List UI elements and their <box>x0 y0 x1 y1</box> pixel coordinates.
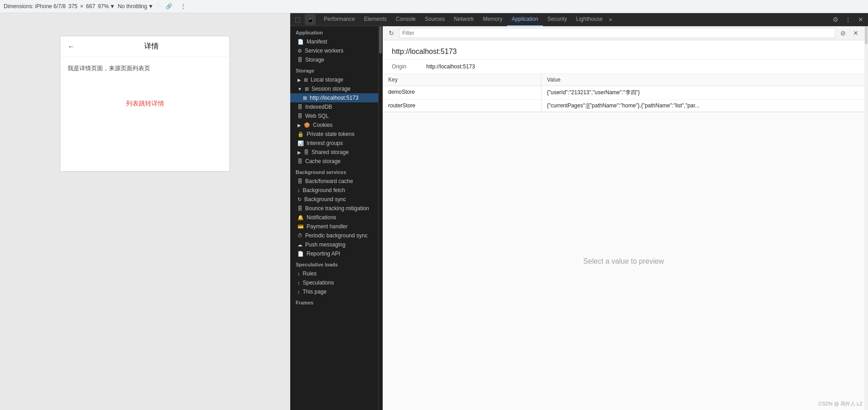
tab-application[interactable]: Application <box>507 13 543 26</box>
tab-console[interactable]: Console <box>391 13 420 26</box>
link-icon-btn[interactable]: 🔗 <box>163 2 175 10</box>
more-options-btn[interactable]: ⋮ <box>178 2 189 10</box>
col-key-header: Key <box>383 74 541 86</box>
devtools-tabs: ⬚ 📱 Performance Elements Console Sources… <box>290 13 868 26</box>
sidebar-item-localhost[interactable]: ⊞ http://localhost:5173 <box>290 93 378 102</box>
col-value-header: Value <box>541 74 864 86</box>
background-fetch-icon: ↕ <box>297 188 300 193</box>
more-devtools-btn[interactable]: ⋮ <box>843 14 853 25</box>
devtools-panel: ⬚ 📱 Performance Elements Console Sources… <box>290 13 868 410</box>
reporting-api-icon: 📄 <box>297 251 304 257</box>
sidebar-item-websql[interactable]: 🗄 Web SQL <box>290 111 378 121</box>
sidebar-item-notifications[interactable]: 🔔 Notifications <box>290 213 378 222</box>
sidebar-item-back-forward-cache[interactable]: 🗄 Back/forward cache <box>290 177 378 186</box>
private-state-icon: 🔒 <box>297 131 304 137</box>
tab-memory[interactable]: Memory <box>478 13 507 26</box>
speculations-icon: ↕ <box>297 280 300 285</box>
zoom-dropdown[interactable]: 97% ▼ <box>98 3 115 10</box>
sidebar-item-interest-groups[interactable]: 📊 Interest groups <box>290 139 378 148</box>
tab-lighthouse[interactable]: Lighthouse <box>571 13 607 26</box>
height-value: 667 <box>86 3 95 10</box>
throttle-dropdown[interactable]: No throttling ▼ <box>118 3 154 10</box>
close-devtools-btn[interactable]: ✕ <box>855 14 866 25</box>
shared-storage-expand-icon: ▶ <box>297 150 301 155</box>
refresh-btn[interactable]: ↻ <box>386 28 396 38</box>
sidebar-item-background-sync[interactable]: ↻ Background sync <box>290 195 378 204</box>
more-tabs-btn[interactable]: » <box>609 16 612 23</box>
sidebar-item-payment-handler[interactable]: 💳 Payment handler <box>290 222 378 231</box>
storage-icon: 🗄 <box>297 57 302 63</box>
local-storage-icon: ⊞ <box>304 77 308 83</box>
sidebar-item-rules[interactable]: ↕ Rules <box>290 269 378 278</box>
notifications-icon: 🔔 <box>297 215 304 221</box>
background-sync-icon: ↻ <box>297 197 302 203</box>
devtools-sidebar: Application 📄 Manifest ⚙ Service workers… <box>290 26 379 410</box>
sidebar-container: Application 📄 Manifest ⚙ Service workers… <box>290 26 383 410</box>
sidebar-item-shared-storage[interactable]: ▶ 🗄 Shared storage <box>290 148 378 157</box>
sidebar-item-cache-storage[interactable]: 🗄 Cache storage <box>290 157 378 166</box>
origin-value: http://localhost:5173 <box>426 63 475 70</box>
sidebar-item-speculations[interactable]: ↕ Speculations <box>290 278 378 287</box>
tab-sources[interactable]: Sources <box>420 13 449 26</box>
table-cell-value-1: {"userId":"213213","userName":"李四"} <box>541 86 864 99</box>
sidebar-item-cookies[interactable]: ▶ 🍪 Cookies <box>290 121 378 130</box>
service-workers-icon: ⚙ <box>297 48 302 54</box>
phone-content: 我是详情页面，来源页面列表页 列表跳转详情 <box>60 57 229 115</box>
phone-link[interactable]: 列表跳转详情 <box>68 100 222 108</box>
content-scrollbar-thumb <box>865 26 868 44</box>
sidebar-item-background-fetch[interactable]: ↕ Background fetch <box>290 186 378 195</box>
table-row[interactable]: demoStore {"userId":"213213","userName":… <box>383 86 864 100</box>
table-cell-key-1: demoStore <box>383 86 541 99</box>
back-arrow-icon[interactable]: ← <box>68 43 75 51</box>
top-toolbar: Dimensions: iPhone 6/7/8 375 × 667 97% ▼… <box>0 0 868 13</box>
phone-subtitle: 我是详情页面，来源页面列表页 <box>68 64 222 72</box>
sidebar-item-indexeddb[interactable]: 🗄 IndexedDB <box>290 102 378 111</box>
sidebar-item-manifest[interactable]: 📄 Manifest <box>290 37 378 46</box>
tab-network[interactable]: Network <box>449 13 478 26</box>
table-cell-key-2: routerStore <box>383 100 541 111</box>
table-row[interactable]: routerStore {"currentPages":[{"pathName"… <box>383 100 864 112</box>
filter-bar: ↻ ⊘ ✕ <box>383 26 864 40</box>
sidebar-scrollbar[interactable] <box>379 26 382 410</box>
sidebar-item-bounce-tracking[interactable]: 🗄 Bounce tracking mitigation <box>290 204 378 213</box>
sidebar-item-private-state-tokens[interactable]: 🔒 Private state tokens <box>290 130 378 139</box>
sidebar-item-local-storage[interactable]: ▶ ⊞ Local storage <box>290 75 378 84</box>
origin-row: Origin http://localhost:5173 <box>383 60 864 74</box>
origin-label: Origin <box>392 63 419 70</box>
sidebar-item-periodic-bg-sync[interactable]: ⏱ Periodic background sync <box>290 231 378 240</box>
phone-frame: ← 详情 我是详情页面，来源页面列表页 列表跳转详情 <box>60 36 230 172</box>
rules-icon: ↕ <box>297 271 300 276</box>
settings-btn[interactable]: ⚙ <box>830 14 841 25</box>
inspect-icon-btn[interactable]: ⬚ <box>292 14 303 25</box>
local-storage-expand-icon: ▶ <box>297 77 301 82</box>
sidebar-item-push-messaging[interactable]: ☁ Push messaging <box>290 240 378 249</box>
cookies-expand-icon: ▶ <box>297 123 301 128</box>
bg-services-section-header: Background services <box>290 166 378 177</box>
frames-section-header: Frames <box>290 296 378 307</box>
cookies-icon: 🍪 <box>304 122 310 128</box>
periodic-bg-sync-icon: ⏱ <box>297 233 302 238</box>
storage-section-header: Storage <box>290 64 378 75</box>
application-section-header: Application <box>290 26 378 37</box>
phone-title: 详情 <box>80 42 222 51</box>
localhost-icon: ⊞ <box>303 95 307 101</box>
close-content-btn[interactable]: ✕ <box>851 28 861 38</box>
filter-input[interactable] <box>399 28 835 38</box>
dimensions-x: × <box>80 3 83 10</box>
dimensions-label: Dimensions: iPhone 6/7/8 <box>4 3 66 10</box>
sidebar-item-this-page[interactable]: ↕ This page <box>290 287 378 296</box>
session-storage-expand-icon: ▼ <box>297 87 302 92</box>
websql-icon: 🗄 <box>297 113 302 119</box>
sidebar-item-session-storage[interactable]: ▼ ⊞ Session storage <box>290 84 378 93</box>
sidebar-item-storage[interactable]: 🗄 Storage <box>290 55 378 64</box>
device-toggle-btn[interactable]: 📱 <box>305 14 316 25</box>
tab-security[interactable]: Security <box>543 13 571 26</box>
sidebar-item-service-workers[interactable]: ⚙ Service workers <box>290 46 378 55</box>
tab-elements[interactable]: Elements <box>360 13 391 26</box>
tab-performance[interactable]: Performance <box>319 13 360 26</box>
toolbar-divider <box>158 3 158 10</box>
content-scrollbar[interactable] <box>864 26 868 410</box>
clear-filter-btn[interactable]: ⊘ <box>838 28 848 38</box>
sidebar-item-reporting-api[interactable]: 📄 Reporting API <box>290 249 378 258</box>
bounce-tracking-icon: 🗄 <box>297 206 302 211</box>
